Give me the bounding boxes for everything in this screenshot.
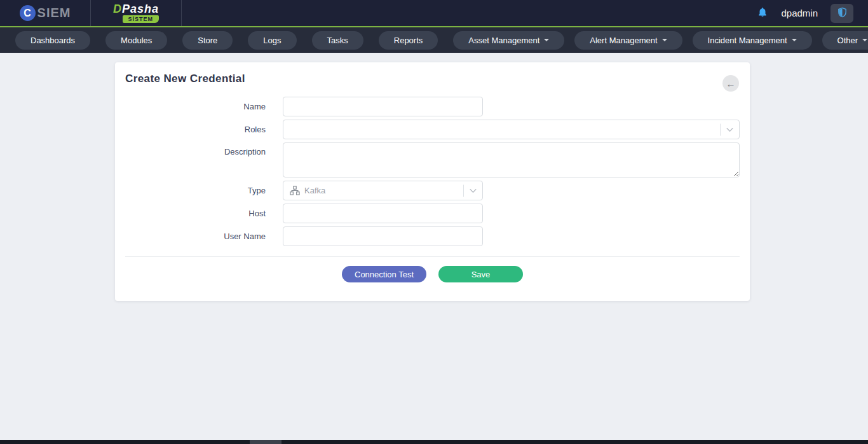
sitemap-icon — [290, 186, 300, 195]
dpasha-logo-block: DPasha SİSTEM — [113, 3, 159, 23]
nav-item-label: Alert Management — [590, 36, 657, 45]
notifications-button[interactable] — [757, 6, 768, 20]
user-name-label: User Name — [125, 226, 283, 246]
nav-item-alert-management[interactable]: Alert Management — [574, 31, 682, 50]
chevron-down-icon — [463, 184, 482, 197]
dpasha-logo[interactable]: DPasha SİSTEM — [91, 0, 182, 26]
name-input[interactable] — [283, 97, 483, 116]
nav-item-label: Asset Management — [468, 36, 539, 45]
nav-item-store[interactable]: Store — [182, 31, 233, 50]
dpasha-logo-rest: Pasha — [122, 3, 159, 15]
name-label: Name — [125, 97, 283, 116]
credential-form: Name Roles Description Type — [125, 97, 740, 291]
top-bar: C SIEM DPasha SİSTEM dpadmin — [0, 0, 868, 26]
form-row-user-name: User Name — [125, 226, 740, 246]
form-row-roles: Roles — [125, 120, 740, 139]
nav-item-label: Other — [837, 36, 858, 45]
dpasha-logo-text: DPasha — [113, 3, 159, 15]
siem-logo-circle: C — [20, 5, 36, 21]
bell-icon — [757, 6, 768, 20]
type-label: Type — [125, 181, 283, 200]
nav-item-other[interactable]: Other — [822, 31, 868, 50]
dpasha-logo-badge: SİSTEM — [123, 15, 159, 23]
form-row-name: Name — [125, 97, 740, 116]
nav-item-label: Incident Management — [708, 36, 787, 45]
profile-shield-button[interactable] — [831, 4, 853, 23]
siem-logo[interactable]: C SIEM — [0, 0, 91, 26]
siem-logo-text: SIEM — [37, 6, 71, 20]
caret-down-icon — [662, 39, 667, 41]
roles-label: Roles — [125, 120, 283, 139]
save-button[interactable]: Save — [438, 266, 523, 282]
main-nav: Dashboards Modules Store Logs Tasks Repo… — [0, 26, 868, 53]
description-textarea[interactable] — [283, 142, 740, 177]
content-area: Create New Credential ← Name Roles Descr… — [0, 53, 868, 301]
horizontal-scrollbar[interactable] — [0, 440, 868, 444]
nav-item-tasks[interactable]: Tasks — [312, 31, 363, 50]
horizontal-scrollbar-thumb[interactable] — [250, 440, 281, 444]
topbar-right-group: dpadmin — [757, 4, 868, 23]
connection-test-button[interactable]: Connection Test — [342, 266, 426, 282]
dpasha-logo-d: D — [113, 3, 122, 15]
type-select-value: Kafka — [304, 186, 325, 195]
nav-item-incident-management[interactable]: Incident Management — [693, 31, 812, 50]
host-label: Host — [125, 204, 283, 223]
shield-icon — [837, 6, 848, 20]
nav-item-dashboards[interactable]: Dashboards — [15, 31, 90, 50]
form-row-description: Description — [125, 142, 740, 177]
nav-item-asset-management[interactable]: Asset Management — [453, 31, 564, 50]
caret-down-icon — [862, 39, 867, 41]
username-label: dpadmin — [781, 8, 818, 18]
description-label: Description — [125, 142, 283, 177]
form-row-host: Host — [125, 204, 740, 223]
form-divider — [125, 256, 740, 257]
nav-item-reports[interactable]: Reports — [379, 31, 438, 50]
type-select[interactable]: Kafka — [283, 181, 483, 200]
nav-item-modules[interactable]: Modules — [105, 31, 167, 50]
user-name-input[interactable] — [283, 226, 483, 246]
page-title: Create New Credential — [125, 73, 740, 85]
create-credential-card: Create New Credential ← Name Roles Descr… — [115, 62, 750, 301]
form-actions: Connection Test Save — [125, 266, 740, 291]
arrow-left-icon: ← — [726, 79, 736, 88]
form-row-type: Type Kafka — [125, 181, 740, 200]
caret-down-icon — [544, 39, 549, 41]
chevron-down-icon — [720, 123, 738, 135]
host-input[interactable] — [283, 204, 483, 223]
nav-item-logs[interactable]: Logs — [248, 31, 296, 50]
back-button[interactable]: ← — [722, 75, 739, 92]
caret-down-icon — [792, 39, 797, 41]
roles-select[interactable] — [283, 120, 740, 139]
